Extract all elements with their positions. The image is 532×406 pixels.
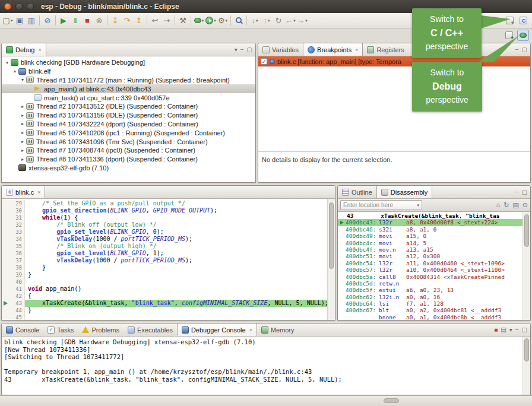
code-line[interactable]: 38 } [2, 264, 327, 271]
resume-button[interactable]: ▶ [58, 14, 69, 27]
debug-tree-item[interactable]: ▾blink checking [GDB Hardware Debugging] [2, 58, 255, 67]
close-icon[interactable]: × [37, 189, 40, 195]
editor-annotation-margin[interactable] [2, 221, 10, 229]
tree-expanded-arrow-icon[interactable]: ▾ [11, 69, 18, 74]
code-line[interactable]: 32 /* Blink off (output low) */ [2, 221, 327, 229]
terminate-console-icon[interactable]: ■ [494, 327, 498, 333]
maximize-icon[interactable]: ▢ [522, 189, 527, 195]
external-tools-button[interactable]: ⚙▾ [217, 14, 229, 27]
code-line[interactable]: 34 vTaskDelay(1000 / portTICK_PERIOD_MS)… [2, 236, 327, 243]
disassembly-line[interactable]: 400dbc64:lsif7, a1, 128 [338, 300, 522, 307]
tree-expanded-arrow-icon[interactable]: ▾ [4, 60, 11, 65]
disassembly-line[interactable]: 400dbc67:blta0, a2, 0x400dbc81 <__adddf3 [338, 307, 522, 313]
code-line[interactable]: 31 while(1) { [2, 214, 327, 221]
dropdown-arrow-icon[interactable]: ▾ [268, 18, 270, 23]
tree-collapsed-arrow-icon[interactable]: ▸ [19, 148, 26, 153]
window-minimize-button[interactable] [15, 3, 23, 10]
disassembly-line[interactable]: 400dbc46:s32ia8, a1, 0 [338, 226, 522, 233]
code-line[interactable]: 29 /* Set the GPIO as a push/pull output… [2, 200, 327, 207]
disassembly-line[interactable]: bnonea0, a1, 0x400dbc8b <__adddf3 [338, 314, 522, 321]
refresh-icon[interactable]: ↻ [504, 201, 509, 209]
editor-annotation-margin[interactable] [2, 257, 10, 264]
search-button[interactable] [233, 14, 245, 27]
save-button[interactable]: ▣ [14, 14, 26, 27]
last-edit-location-button[interactable]: ↻ [273, 14, 284, 27]
tab-outline[interactable]: Outline [338, 186, 376, 198]
debug-tree-item[interactable]: ▸Thread #5 1073410208 (ipc1 : Running) (… [2, 128, 255, 137]
tree-collapsed-arrow-icon[interactable]: ▸ [19, 121, 26, 126]
editor-annotation-margin[interactable] [2, 200, 10, 207]
editor-body[interactable]: 29 /* Set the GPIO as a push/pull output… [2, 199, 335, 320]
disassembly-vertical-scrollbar[interactable] [522, 212, 530, 320]
code-line[interactable]: 42{ [2, 293, 327, 300]
debug-tree-item[interactable]: ▸Thread #6 1073431096 (Tmr Svc) (Suspend… [2, 137, 255, 146]
location-combo[interactable]: Enter location here ▾ [340, 200, 422, 210]
build-button[interactable]: ⚒ [177, 14, 189, 27]
tab-blink-c[interactable]: blink.c× [2, 186, 45, 198]
window-close-button[interactable] [4, 3, 11, 10]
sync-selection-icon[interactable]: ⊙ [522, 201, 528, 209]
disassembly-source-line[interactable]: 43 xTaskCreate(&blink_task, "blink_tas [338, 212, 522, 219]
tab-tasks[interactable]: Tasks [43, 323, 78, 336]
tab-breakpoints[interactable]: Breakpoints× [303, 43, 363, 56]
code-line[interactable]: 35 /* Blink on (output high) */ [2, 243, 327, 250]
minimize-icon[interactable]: − [515, 327, 519, 333]
debug-tree-item[interactable]: ▾Thread #1 1073411772 (main : Running) (… [2, 76, 255, 85]
tab-problems[interactable]: Problems [78, 323, 123, 336]
drop-to-frame-button[interactable]: ↩ [149, 14, 161, 27]
tree-expanded-arrow-icon[interactable]: ▾ [19, 77, 26, 83]
scrollbar-thumb[interactable] [329, 202, 334, 269]
debug-tree-item[interactable]: ▸Thread #3 1073413156 (IDLE) (Suspended … [2, 111, 255, 120]
editor-annotation-margin[interactable] [2, 214, 10, 221]
scrollbar-thumb[interactable] [524, 338, 529, 361]
dropdown-arrow-icon[interactable]: ▾ [305, 18, 308, 23]
terminate-button[interactable]: ■ [81, 14, 93, 27]
dropdown-arrow-icon[interactable]: ▾ [202, 18, 204, 23]
previous-annotation-button[interactable]: ↑▾ [261, 14, 273, 27]
code-line[interactable]: 30 gpio_set_direction(BLINK_GPIO, GPIO_M… [2, 207, 327, 214]
tab-console[interactable]: Console [2, 323, 43, 336]
show-source-icon[interactable]: ▤ [512, 201, 518, 209]
debug-tree-item[interactable]: ▸Thread #2 1073413512 (IDLE) (Suspended … [2, 102, 255, 111]
disassembly-line[interactable]: 400dbc62:l32i.na0, a0, 16 [338, 294, 522, 300]
editor-annotation-margin[interactable] [2, 293, 10, 300]
editor-annotation-margin[interactable] [2, 229, 10, 236]
disassembly-line[interactable]: 400dbc51:movia12, 0x300 [338, 253, 522, 259]
tab-debugger-console[interactable]: Debugger Console× [177, 323, 257, 336]
forward-button[interactable]: →▾ [296, 14, 308, 27]
code-line[interactable]: 39} [2, 271, 327, 278]
step-over-button[interactable]: ↷ [121, 14, 133, 27]
code-line[interactable]: 36 gpio_set_level(BLINK_GPIO, 1); [2, 250, 327, 257]
console-output[interactable]: blink checking [GDB Hardware Debugging] … [4, 338, 522, 395]
code-line[interactable]: 45 [2, 314, 327, 320]
debug-tree-item[interactable]: ▸Thread #8 1073411336 (dport) (Suspended… [2, 155, 255, 164]
code-line[interactable]: 44} [2, 307, 327, 314]
disassembly-line[interactable]: 400dbc4c:movia14, 5 [338, 240, 522, 246]
disassembly-line[interactable]: 400dbc49:movia15, 0 [338, 233, 522, 239]
code-line[interactable]: 41void app_main() [2, 286, 327, 293]
debug-tree-item[interactable]: xtensa-esp32-elf-gdb (7.10) [2, 164, 255, 173]
disassembly-line[interactable]: 400dbc5f:extuia6, a0, 23, 13 [338, 287, 522, 293]
editor-annotation-margin[interactable] [2, 314, 10, 320]
maximize-icon[interactable]: ▢ [522, 327, 527, 333]
home-icon[interactable]: ⌂ [496, 201, 501, 209]
tab-disassembly[interactable]: Disassembly [376, 186, 432, 198]
code-line[interactable]: 37 vTaskDelay(1000 / portTICK_PERIOD_MS)… [2, 257, 327, 264]
disassembly-line[interactable]: 400dbc5d:retw.n [338, 280, 522, 287]
tab-registers[interactable]: Registers [363, 43, 408, 56]
editor-annotation-margin[interactable] [2, 264, 10, 271]
tree-collapsed-arrow-icon[interactable]: ▸ [19, 139, 26, 144]
view-menu-icon[interactable]: ▾ [235, 47, 238, 53]
editor-annotation-margin[interactable] [2, 243, 10, 250]
minimize-icon[interactable]: − [240, 47, 244, 53]
close-icon[interactable]: × [38, 47, 41, 53]
dropdown-arrow-icon[interactable]: ▾ [11, 18, 13, 23]
step-into-button[interactable]: ↧ [109, 14, 121, 27]
tab-memory[interactable]: Memory [257, 323, 299, 336]
display-selected-console-icon[interactable]: ▾ [509, 327, 512, 333]
disassembly-line[interactable]: 400dbc43:l32ra8, 0x400d00f8 <_stext+224> [338, 219, 522, 226]
dropdown-arrow-icon[interactable]: ▾ [256, 18, 258, 23]
debug-tree-item[interactable]: ▸Thread #4 1073432224 (dport) (Suspended… [2, 120, 255, 129]
debug-tree-item[interactable]: app_main() at blink.c:43 0x400dbc43 [2, 84, 255, 93]
window-maximize-button[interactable] [27, 3, 34, 10]
